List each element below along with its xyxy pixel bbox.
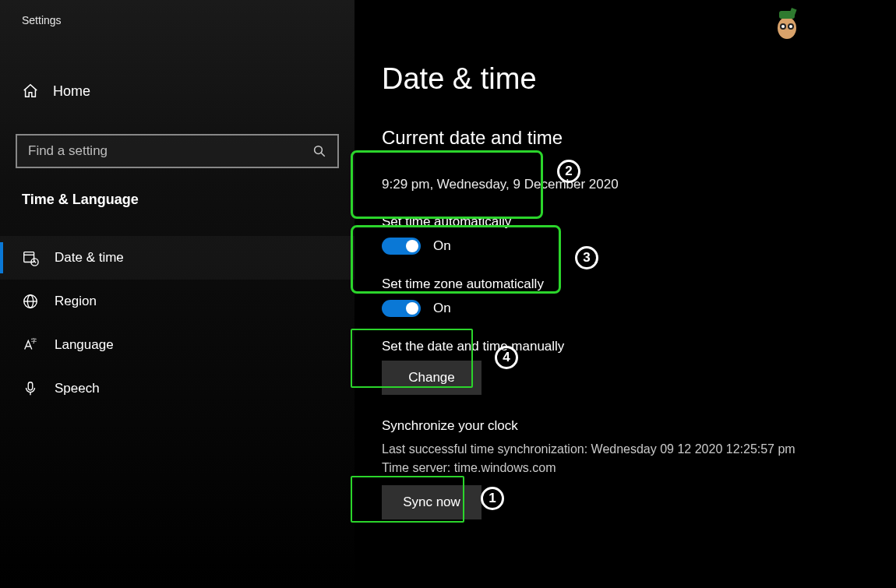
nav-list: Date & time Region 字 Language <box>0 236 355 410</box>
setting-label: Set time zone automatically <box>382 276 896 292</box>
section-current-datetime: Current date and time <box>382 127 896 149</box>
home-icon <box>22 83 39 100</box>
sidebar-item-label: Speech <box>55 381 100 396</box>
svg-text:字: 字 <box>31 337 37 344</box>
page-title: Date & time <box>382 62 896 96</box>
language-icon: 字 <box>22 336 39 354</box>
calendar-clock-icon <box>22 249 39 266</box>
sidebar-item-label: Language <box>55 337 114 353</box>
svg-point-0 <box>315 146 323 154</box>
setting-sync-clock: Synchronize your clock Last successful t… <box>382 418 896 519</box>
setting-label: Synchronize your clock <box>382 418 896 434</box>
home-label: Home <box>53 83 90 100</box>
sidebar-item-label: Region <box>55 294 97 309</box>
sidebar-item-language[interactable]: 字 Language <box>0 323 355 367</box>
setting-set-time-auto: Set time automatically On <box>382 214 896 255</box>
svg-rect-12 <box>28 382 33 390</box>
sync-now-button[interactable]: Sync now <box>382 485 482 519</box>
toggle-set-tz-auto[interactable] <box>382 300 421 317</box>
setting-manual-datetime: Set the date and time manually Change <box>382 339 896 395</box>
setting-label: Set time automatically <box>382 214 896 230</box>
toggle-state: On <box>433 301 451 316</box>
category-title: Time & Language <box>0 168 355 208</box>
sidebar-item-label: Date & time <box>55 250 124 266</box>
search-box[interactable] <box>16 134 339 168</box>
svg-point-20 <box>789 25 792 28</box>
app-title: Settings <box>0 14 355 26</box>
svg-point-19 <box>781 25 785 28</box>
svg-line-1 <box>321 153 325 157</box>
microphone-icon <box>22 380 39 397</box>
main-panel: Date & time Current date and time 9:29 p… <box>355 0 896 588</box>
search-icon <box>312 144 326 158</box>
last-sync-text: Last successful time synchronization: We… <box>382 440 896 459</box>
setting-label: Set the date and time manually <box>382 339 896 354</box>
time-server-text: Time server: time.windows.com <box>382 459 896 477</box>
mascot-icon <box>773 6 801 41</box>
search-input[interactable] <box>28 143 312 159</box>
current-datetime-value: 9:29 pm, Wednesday, 9 December 2020 <box>382 177 896 192</box>
change-button[interactable]: Change <box>382 361 482 395</box>
globe-icon <box>22 293 39 310</box>
toggle-set-time-auto[interactable] <box>382 238 421 255</box>
sidebar-item-speech[interactable]: Speech <box>0 367 355 410</box>
sidebar-item-home[interactable]: Home <box>0 75 355 107</box>
sidebar-item-date-time[interactable]: Date & time <box>0 236 355 280</box>
settings-sidebar: Settings Home Time & Language <box>0 0 355 588</box>
svg-line-6 <box>35 262 37 263</box>
sidebar-item-region[interactable]: Region <box>0 280 355 323</box>
toggle-state: On <box>433 238 451 254</box>
svg-rect-2 <box>24 252 34 262</box>
setting-set-tz-auto: Set time zone automatically On <box>382 276 896 317</box>
